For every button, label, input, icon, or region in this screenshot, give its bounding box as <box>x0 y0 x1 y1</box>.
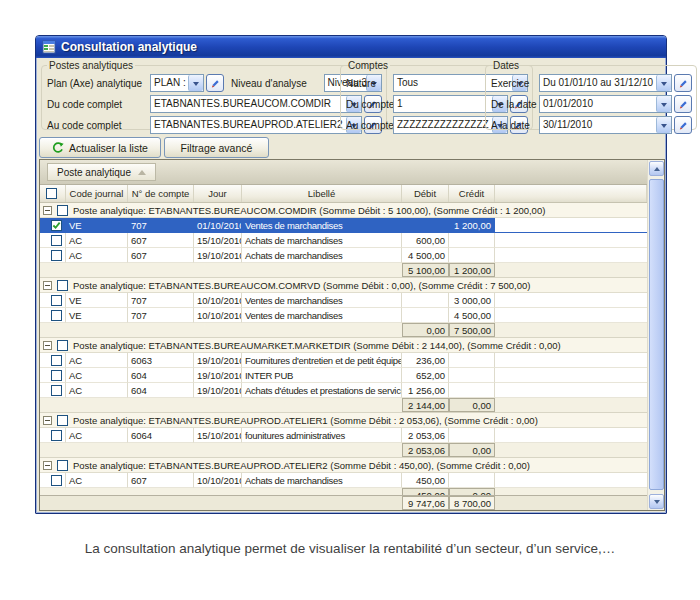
plan-axe-combobox[interactable]: PLAN : <box>150 74 204 92</box>
chevron-down-icon[interactable] <box>656 117 671 133</box>
row-select-cell <box>40 473 66 488</box>
subtotal-debit: 2 144,00 <box>402 398 449 412</box>
cell-filler <box>495 383 647 398</box>
subtotal-debit: 450,00 <box>402 488 449 495</box>
scroll-up-button[interactable] <box>649 161 664 176</box>
collapse-group-icon[interactable] <box>43 461 52 470</box>
column-header-6[interactable]: Crédit <box>449 185 495 202</box>
row-checkbox[interactable] <box>51 235 62 246</box>
table-row[interactable]: AC606415/10/2010founitures administrativ… <box>40 428 647 443</box>
scrollbar-thumb[interactable] <box>649 179 664 490</box>
de-la-date-combobox[interactable]: 01/01/2010 <box>539 95 672 113</box>
group-checkbox[interactable] <box>57 205 68 216</box>
group-header-row[interactable]: Poste analytique: ETABNANTES.BUREAUPROD.… <box>40 458 647 473</box>
group-header-row[interactable]: Poste analytique: ETABNANTES.BUREAUMARKE… <box>40 338 647 353</box>
row-checkbox[interactable] <box>51 310 62 321</box>
group-subtotal-row: 2 053,060,00 <box>40 443 647 458</box>
vertical-scrollbar[interactable] <box>647 160 664 510</box>
collapse-group-icon[interactable] <box>43 416 52 425</box>
table-row[interactable]: VE70701/10/2010Ventes de marchandises1 2… <box>40 218 647 233</box>
row-checkbox[interactable] <box>51 250 62 261</box>
group-checkbox[interactable] <box>57 460 68 471</box>
table-row[interactable]: AC60715/10/2010Achats de marchandises600… <box>40 233 647 248</box>
exercice-combobox[interactable]: Du 01/01/10 au 31/12/10 <box>539 74 672 92</box>
plan-axe-value: PLAN : <box>151 75 188 91</box>
chevron-down-icon[interactable] <box>656 75 671 91</box>
title-bar[interactable]: Consultation analytique <box>36 36 666 58</box>
group-header-row[interactable]: Poste analytique: ETABNANTES.BUREAUPROD.… <box>40 413 647 428</box>
table-area: Poste analytique Code journalN° de compt… <box>40 160 647 510</box>
row-select-cell <box>40 428 66 443</box>
column-header-4[interactable]: Libellé <box>242 185 402 202</box>
group-checkbox[interactable] <box>57 340 68 351</box>
cell-jour: 10/10/2010 <box>194 473 242 488</box>
row-checkbox[interactable] <box>51 295 62 306</box>
group-checkbox[interactable] <box>57 280 68 291</box>
group-postes-analytiques: Postes analytiques Plan (Axe) analytique… <box>41 60 387 130</box>
cell-debit: 1 256,00 <box>402 383 449 398</box>
au-code-complet-combobox[interactable]: ETABNANTES.BUREAUPROD.ATELIER2 <box>150 116 362 134</box>
table-row[interactable]: AC60419/10/2010Achats d'études et presta… <box>40 383 647 398</box>
row-checkbox[interactable] <box>51 475 62 486</box>
table-row[interactable]: AC60719/10/2010Achats de marchandises4 5… <box>40 248 647 263</box>
refresh-list-button[interactable]: Actualiser la liste <box>39 137 161 158</box>
cell-filler <box>495 473 647 488</box>
column-header-3[interactable]: Jour <box>194 185 242 202</box>
chevron-down-icon[interactable] <box>656 96 671 112</box>
de-la-date-edit-button[interactable] <box>674 95 692 113</box>
table-row[interactable]: VE70710/10/2010Ventes de marchandises4 5… <box>40 308 647 323</box>
group-header-label: Poste analytique: ETABNANTES.BUREAUMARKE… <box>73 340 561 351</box>
collapse-group-icon[interactable] <box>43 206 52 215</box>
a-la-date-combobox[interactable]: 30/11/2010 <box>539 116 672 134</box>
du-code-complet-label: Du code complet <box>47 99 150 110</box>
table-row[interactable]: VE70710/10/2010Ventes de marchandises3 0… <box>40 293 647 308</box>
group-header-row[interactable]: Poste analytique: ETABNANTES.BUREAUCOM.C… <box>40 203 647 218</box>
row-checkbox[interactable] <box>51 430 62 441</box>
app-icon <box>42 40 56 54</box>
cell-credit <box>449 353 495 368</box>
cell-debit: 600,00 <box>402 233 449 248</box>
group-checkbox[interactable] <box>57 415 68 426</box>
scroll-down-button[interactable] <box>649 494 664 509</box>
table-row[interactable]: AC60419/10/2010INTER PUB652,00 <box>40 368 647 383</box>
table-row[interactable]: AC60710/10/2010Achats de marchandises450… <box>40 473 647 488</box>
cell-jour: 19/10/2010 <box>194 383 242 398</box>
cell-code-journal: AC <box>66 428 128 443</box>
group-header-row[interactable]: Poste analytique: ETABNANTES.BUREAUCOM.C… <box>40 278 647 293</box>
du-code-complet-combobox[interactable]: ETABNANTES.BUREAUCOM.COMDIR <box>150 95 362 113</box>
cell-filler <box>495 368 647 383</box>
a-la-date-edit-button[interactable] <box>674 116 692 134</box>
row-checkbox[interactable] <box>51 220 62 231</box>
de-la-date-label: De la date <box>491 99 539 110</box>
row-select-cell <box>40 353 66 368</box>
cell-credit <box>449 368 495 383</box>
table-row[interactable]: AC606319/10/2010Fournitures d'entretien … <box>40 353 647 368</box>
cell-libelle: Achats de marchandises <box>242 473 402 488</box>
row-checkbox[interactable] <box>51 370 62 381</box>
plan-axe-edit-button[interactable] <box>206 74 224 92</box>
cell-code-journal: AC <box>66 368 128 383</box>
table-viewport[interactable]: Poste analytique: ETABNANTES.BUREAUCOM.C… <box>40 203 647 495</box>
cell-credit <box>449 428 495 443</box>
cell-jour: 10/10/2010 <box>194 308 242 323</box>
select-all-checkbox[interactable] <box>46 188 57 199</box>
cell-libelle: Achats de marchandises <box>242 248 402 263</box>
column-header-5[interactable]: Débit <box>402 185 449 202</box>
column-header-2[interactable]: N° de compte <box>128 185 194 202</box>
cell-jour: 19/10/2010 <box>194 248 242 263</box>
column-header-select-all[interactable] <box>40 185 66 202</box>
du-code-complet-value: ETABNANTES.BUREAUCOM.COMDIR <box>151 96 346 112</box>
exercice-edit-button[interactable] <box>674 74 692 92</box>
plan-axe-label: Plan (Axe) analytique <box>47 78 150 89</box>
row-checkbox[interactable] <box>51 385 62 396</box>
chevron-down-icon[interactable] <box>188 75 203 91</box>
group-by-chip-poste-analytique[interactable]: Poste analytique <box>47 163 156 181</box>
column-header-1[interactable]: Code journal <box>66 185 128 202</box>
advanced-filter-button[interactable]: Filtrage avancé <box>164 137 269 158</box>
cell-filler <box>495 293 647 308</box>
row-checkbox[interactable] <box>51 355 62 366</box>
cell-libelle: founitures administratives <box>242 428 402 443</box>
collapse-group-icon[interactable] <box>43 281 52 290</box>
subtotal-debit: 0,00 <box>402 323 449 337</box>
collapse-group-icon[interactable] <box>43 341 52 350</box>
